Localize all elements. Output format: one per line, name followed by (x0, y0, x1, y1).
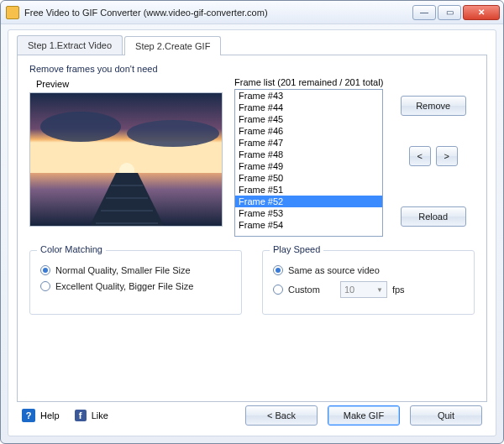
radio-label: Normal Quality, Smaller File Size (55, 265, 191, 275)
list-item[interactable]: Frame #54 (235, 219, 382, 231)
facebook-icon: f (75, 410, 87, 421)
list-item[interactable]: Frame #47 (235, 137, 382, 149)
list-item[interactable]: Frame #44 (235, 102, 382, 113)
app-icon (6, 6, 19, 19)
tab-panel-create-gif: Remove frames you don't need Preview (17, 55, 487, 402)
list-item[interactable]: Frame #49 (235, 160, 382, 172)
tab-extract-video[interactable]: Step 1.Extract Video (17, 35, 123, 55)
footer-bar: ? Help f Like < Back Make GIF Quit (17, 402, 487, 427)
play-speed-group: Play Speed Same as source video Custom 1… (262, 250, 475, 315)
radio-label: Excellent Quality, Bigger File Size (55, 281, 193, 291)
fps-value: 10 (344, 285, 354, 295)
minimize-button[interactable]: — (412, 5, 436, 20)
chevron-down-icon: ▼ (376, 286, 383, 294)
window-title: Free Video to GIF Converter (www.video-g… (24, 8, 412, 18)
play-speed-title: Play Speed (270, 244, 323, 254)
next-frame-button[interactable]: > (436, 146, 458, 166)
list-item[interactable]: Frame #45 (235, 113, 382, 125)
radio-label: Same as source video (288, 265, 380, 275)
radio-label: Custom (288, 285, 320, 295)
help-icon: ? (22, 409, 35, 422)
close-button[interactable]: ✕ (463, 5, 500, 20)
frame-buttons-column: Remove < > Reload (391, 77, 475, 237)
frame-list-column: Frame list (201 remained / 201 total) Fr… (234, 77, 475, 237)
tab-create-gif[interactable]: Step 2.Create GIF (124, 36, 221, 55)
list-item[interactable]: Frame #48 (235, 149, 382, 160)
client-area: Step 1.Extract Video Step 2.Create GIF R… (8, 29, 496, 436)
svg-point-3 (127, 120, 219, 147)
frame-preview-image (29, 92, 223, 227)
list-item[interactable]: Frame #51 (235, 184, 382, 196)
list-item[interactable]: Frame #53 (235, 207, 382, 219)
fps-combo[interactable]: 10 ▼ (340, 281, 387, 298)
remove-button[interactable]: Remove (401, 96, 466, 116)
like-link[interactable]: f Like (75, 410, 108, 421)
color-matching-title: Color Matching (37, 244, 106, 254)
title-bar: Free Video to GIF Converter (www.video-g… (1, 1, 503, 24)
fps-unit: fps (392, 285, 405, 295)
radio-icon (40, 281, 50, 291)
help-link[interactable]: ? Help (22, 409, 60, 422)
prev-frame-button[interactable]: < (409, 146, 431, 166)
list-item[interactable]: Frame #52 (235, 196, 382, 207)
frame-list[interactable]: Frame #43Frame #44Frame #45Frame #46Fram… (234, 89, 383, 237)
radio-custom-speed[interactable]: Custom 10 ▼ fps (273, 281, 464, 298)
preview-label: Preview (36, 79, 223, 89)
list-item[interactable]: Frame #43 (235, 90, 382, 102)
radio-icon (273, 265, 283, 275)
remove-frames-label: Remove frames you don't need (29, 64, 475, 74)
options-row: Color Matching Normal Quality, Smaller F… (29, 250, 475, 315)
frame-list-label: Frame list (201 remained / 201 total) (234, 77, 383, 87)
radio-icon (40, 265, 50, 275)
color-matching-group: Color Matching Normal Quality, Smaller F… (29, 250, 242, 315)
radio-icon (273, 285, 283, 295)
back-button[interactable]: < Back (245, 405, 318, 426)
frames-row: Preview (29, 77, 475, 237)
list-item[interactable]: Frame #50 (235, 172, 382, 184)
list-item[interactable]: Frame #46 (235, 125, 382, 137)
radio-same-speed[interactable]: Same as source video (273, 265, 464, 275)
svg-point-2 (40, 112, 121, 142)
reload-button[interactable]: Reload (401, 206, 466, 227)
maximize-button[interactable]: ▭ (438, 5, 461, 20)
footer-left: ? Help f Like (22, 409, 235, 422)
window-controls: — ▭ ✕ (412, 5, 500, 20)
tab-bar: Step 1.Extract Video Step 2.Create GIF (17, 35, 487, 55)
like-label: Like (92, 410, 108, 420)
quit-button[interactable]: Quit (410, 405, 482, 426)
preview-column: Preview (29, 77, 223, 237)
help-label: Help (40, 410, 60, 420)
app-window: Free Video to GIF Converter (www.video-g… (0, 0, 504, 444)
radio-excellent-quality[interactable]: Excellent Quality, Bigger File Size (40, 281, 231, 291)
radio-normal-quality[interactable]: Normal Quality, Smaller File Size (40, 265, 231, 275)
make-gif-button[interactable]: Make GIF (328, 405, 400, 426)
